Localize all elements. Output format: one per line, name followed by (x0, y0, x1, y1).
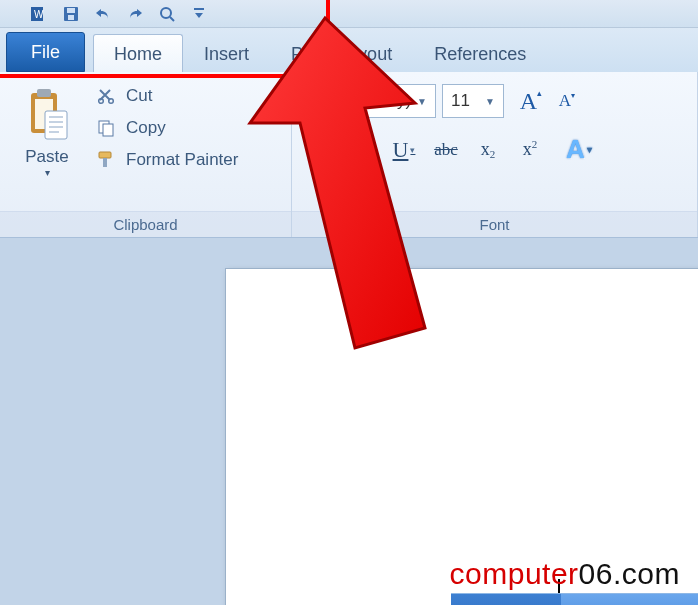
strike-label: abc (434, 140, 458, 160)
svg-rect-10 (37, 89, 51, 97)
underline-label: U (393, 137, 409, 163)
clipboard-group-label: Clipboard (0, 211, 291, 237)
tab-page-layout[interactable]: Page Layout (270, 34, 413, 72)
cut-label: Cut (126, 86, 152, 106)
tab-insert[interactable]: Insert (183, 34, 270, 72)
text-effects-button[interactable]: A ▾ (566, 134, 592, 165)
scissors-icon (96, 86, 116, 106)
svg-point-5 (161, 8, 171, 18)
paste-label: Paste (25, 147, 68, 167)
copy-label: Copy (126, 118, 166, 138)
svg-rect-19 (103, 124, 113, 136)
paste-button[interactable]: Paste ▾ (12, 80, 82, 207)
watermark-part-a: computer (450, 557, 579, 590)
sub-x-label: x (481, 139, 490, 160)
watermark: computer06.com (450, 557, 680, 591)
tab-page-layout-label: Page Layout (291, 44, 392, 65)
format-painter-icon (96, 150, 116, 170)
selection-bar (451, 593, 698, 605)
font-name-value: Body) (367, 91, 411, 111)
underline-button[interactable]: U ▾ (390, 137, 418, 163)
svg-point-17 (109, 99, 114, 104)
paste-dropdown-icon[interactable]: ▾ (45, 167, 50, 178)
grow-font-button[interactable]: A▴ (516, 86, 546, 116)
copy-button[interactable]: Copy (92, 116, 242, 140)
svg-rect-3 (67, 8, 75, 13)
chevron-down-icon: ▾ (587, 144, 592, 155)
watermark-part-b: 06.com (579, 557, 680, 590)
ribbon-tabs: File Home Insert Page Layout References (0, 28, 698, 72)
file-tab[interactable]: File (6, 32, 85, 72)
down-caret-icon: ▾ (571, 91, 575, 100)
format-painter-button[interactable]: Format Painter (92, 148, 242, 172)
undo-icon[interactable] (94, 5, 112, 23)
chevron-down-icon: ▾ (410, 145, 415, 155)
strikethrough-button[interactable]: abc (432, 137, 460, 163)
subscript-button[interactable]: x2 (474, 137, 502, 163)
up-caret-icon: ▴ (537, 88, 542, 98)
ribbon: Paste ▾ Cut Copy (0, 72, 698, 238)
sup-x-label: x (523, 139, 532, 160)
bold-button[interactable]: B (306, 137, 334, 163)
word-icon: W (30, 5, 48, 23)
grow-font-label: A (520, 88, 537, 115)
bold-label: B (313, 137, 328, 163)
quick-access-toolbar: W (0, 0, 698, 28)
text-effects-label: A (566, 134, 585, 165)
save-icon[interactable] (62, 5, 80, 23)
clipboard-group: Paste ▾ Cut Copy (0, 72, 292, 237)
font-size-value: 11 (451, 91, 470, 111)
paste-icon (23, 85, 71, 143)
svg-line-6 (170, 17, 174, 21)
svg-rect-21 (103, 158, 107, 167)
svg-point-16 (99, 99, 104, 104)
chevron-down-icon: ▼ (417, 96, 427, 107)
tab-home[interactable]: Home (93, 34, 183, 72)
italic-button[interactable]: I (348, 137, 376, 163)
document-page[interactable] (225, 268, 698, 605)
tab-insert-label: Insert (204, 44, 249, 65)
sup-2-label: 2 (532, 138, 538, 150)
font-group-label: Font (292, 211, 697, 237)
svg-rect-20 (99, 152, 111, 158)
file-tab-label: File (31, 42, 60, 63)
superscript-button[interactable]: x2 (516, 137, 544, 163)
svg-text:W: W (34, 9, 44, 20)
format-painter-label: Format Painter (126, 150, 238, 170)
shrink-font-label: A (559, 91, 571, 111)
copy-icon (96, 118, 116, 138)
font-name-combo[interactable]: Body) ▼ (306, 84, 436, 118)
italic-label: I (358, 137, 365, 163)
sub-2-label: 2 (490, 148, 496, 160)
customize-qat-icon[interactable] (190, 5, 208, 23)
shrink-font-button[interactable]: A▾ (552, 86, 582, 116)
cut-button[interactable]: Cut (92, 84, 242, 108)
document-area (0, 238, 698, 605)
tab-references[interactable]: References (413, 34, 547, 72)
redo-icon[interactable] (126, 5, 144, 23)
tab-references-label: References (434, 44, 526, 65)
print-preview-icon[interactable] (158, 5, 176, 23)
font-size-combo[interactable]: 11 ▼ (442, 84, 504, 118)
svg-rect-11 (45, 111, 67, 139)
tab-home-label: Home (114, 44, 162, 65)
svg-rect-4 (68, 15, 74, 20)
selection-bar-margin (451, 594, 561, 605)
chevron-down-icon: ▼ (485, 96, 495, 107)
font-group: Body) ▼ 11 ▼ A▴ A▾ B (292, 72, 698, 237)
